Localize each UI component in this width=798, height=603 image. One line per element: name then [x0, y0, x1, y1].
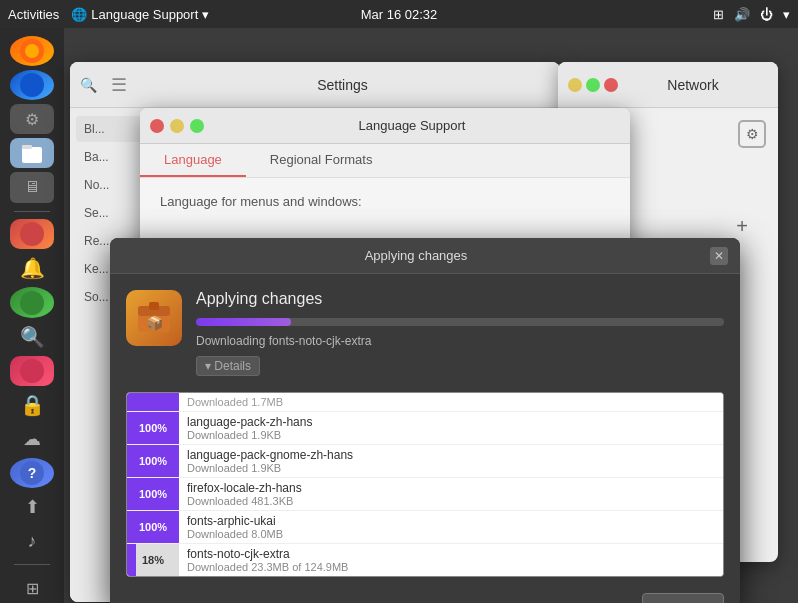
details-toggle-label: ▾ Details: [205, 359, 251, 373]
datetime-display: Mar 16 02:32: [361, 7, 438, 22]
lang-support-label: Language Support: [91, 7, 198, 22]
apply-right-panel: Applying changes Downloading fonts-noto-…: [196, 290, 724, 384]
detail-pct-1: 100%: [127, 445, 179, 477]
apply-titlebar: Applying changes ✕: [110, 238, 740, 274]
lang-window-titlebar: Language Support: [140, 108, 630, 144]
apply-status-text: Downloading fonts-noto-cjk-extra: [196, 334, 724, 348]
network-settings-gear[interactable]: ⚙: [738, 120, 766, 148]
tab-language[interactable]: Language: [140, 144, 246, 177]
search-dock-icon[interactable]: 🔍: [10, 322, 54, 352]
detail-row-1: 100% language-pack-gnome-zh-hans Downloa…: [127, 445, 723, 478]
lang-window-title: Language Support: [204, 118, 620, 133]
svg-point-5: [20, 222, 44, 246]
power-icon[interactable]: ⏻: [760, 7, 773, 22]
network-maximize-btn[interactable]: [586, 78, 600, 92]
music-dock-icon[interactable]: ♪: [10, 526, 54, 556]
detail-info-1: language-pack-gnome-zh-hans Downloaded 1…: [179, 445, 723, 477]
apply-changes-dialog: Applying changes ✕ 📦 Applying changes Do…: [110, 238, 740, 603]
detail-pkg-2: firefox-locale-zh-hans: [187, 481, 715, 495]
detail-size-2: Downloaded 481.3KB: [187, 495, 715, 507]
apps-grid-dock-icon[interactable]: ⊞: [10, 573, 54, 603]
detail-pct-2: 100%: [127, 478, 179, 510]
share-dock-icon[interactable]: ⬆: [10, 492, 54, 522]
detail-pct-4: 18%: [127, 544, 179, 576]
detail-pct-3: 100%: [127, 511, 179, 543]
detail-info-4: fonts-noto-cjk-extra Downloaded 23.3MB o…: [179, 544, 723, 576]
detail-info-2: firefox-locale-zh-hans Downloaded 481.3K…: [179, 478, 723, 510]
settings-search-icon[interactable]: 🔍: [80, 77, 97, 93]
lang-maximize-btn[interactable]: [190, 119, 204, 133]
detail-size-0: Downloaded 1.9KB: [187, 429, 715, 441]
help-dock-icon[interactable]: ?: [10, 458, 54, 488]
detail-pkg-3: fonts-arphic-ukai: [187, 514, 715, 528]
detail-info-3: fonts-arphic-ukai Downloaded 8.0MB: [179, 511, 723, 543]
detail-scrolled-text: Downloaded 1.7MB: [187, 396, 715, 408]
cloud-dock-icon[interactable]: ☁: [10, 424, 54, 454]
thunderbird-dock-icon[interactable]: [10, 70, 54, 100]
svg-rect-3: [22, 147, 42, 163]
bluetooth-dock-icon[interactable]: ⚙: [10, 104, 54, 134]
svg-point-6: [20, 291, 44, 315]
svg-text:📦: 📦: [146, 315, 164, 332]
detail-pkg-1: language-pack-gnome-zh-hans: [187, 448, 715, 462]
detail-pkg-4: fonts-noto-cjk-extra: [187, 547, 715, 561]
chevron-down-icon: ▾: [202, 7, 209, 22]
appstore-dock-icon[interactable]: [10, 356, 54, 386]
detail-size-3: Downloaded 8.0MB: [187, 528, 715, 540]
apply-footer: Cancel: [110, 585, 740, 603]
lang-support-menu[interactable]: 🌐 Language Support ▾: [71, 7, 209, 22]
activities-button[interactable]: Activities: [8, 7, 59, 22]
svg-point-2: [20, 73, 44, 97]
lang-tabs: Language Regional Formats: [140, 144, 630, 178]
apply-progress-fill: [196, 318, 291, 326]
svg-rect-12: [149, 302, 159, 310]
network-title: Network: [618, 77, 768, 93]
svg-point-1: [25, 44, 39, 58]
tab-regional-formats[interactable]: Regional Formats: [246, 144, 397, 177]
detail-row-0: 100% language-pack-zh-hans Downloaded 1.…: [127, 412, 723, 445]
files-dock-icon[interactable]: [10, 138, 54, 168]
apply-title: Applying changes: [122, 248, 710, 263]
settings-title: Settings: [135, 77, 550, 93]
apply-package-icon: 📦: [126, 290, 182, 346]
lang-close-btn[interactable]: [150, 119, 164, 133]
firefox-dock-icon[interactable]: [10, 36, 54, 66]
lang-window-buttons: [150, 119, 204, 133]
rhythmbox-dock-icon[interactable]: [10, 219, 54, 249]
network-add-btn[interactable]: +: [730, 214, 754, 238]
network-minimize-btn[interactable]: [568, 78, 582, 92]
volume-icon[interactable]: 🔊: [734, 7, 750, 22]
detail-info-0: language-pack-zh-hans Downloaded 1.9KB: [179, 412, 723, 444]
network-window-buttons: [568, 78, 618, 92]
cancel-button[interactable]: Cancel: [642, 593, 724, 603]
apply-details-toggle[interactable]: ▾ Details: [196, 356, 260, 376]
settings-menu-icon[interactable]: ☰: [111, 74, 127, 96]
dock-divider: [14, 211, 50, 212]
chevron-down-icon-right[interactable]: ▾: [783, 7, 790, 22]
network-icon[interactable]: ⊞: [713, 7, 724, 22]
detail-pct-scrolled: [127, 393, 179, 411]
display-dock-icon[interactable]: 🖥: [10, 172, 54, 202]
settings-titlebar: 🔍 ☰ Settings: [70, 62, 560, 108]
update-dock-icon[interactable]: [10, 287, 54, 317]
desktop: ⚙ 🖥 🔔 🔍 🔒 ☁ ?: [0, 28, 798, 603]
detail-size-1: Downloaded 1.9KB: [187, 462, 715, 474]
svg-text:?: ?: [28, 465, 37, 481]
topbar: Activities 🌐 Language Support ▾ Mar 16 0…: [0, 0, 798, 28]
svg-rect-4: [22, 145, 32, 149]
lang-minimize-btn[interactable]: [170, 119, 184, 133]
detail-row-3: 100% fonts-arphic-ukai Downloaded 8.0MB: [127, 511, 723, 544]
network-close-btn[interactable]: [604, 78, 618, 92]
globe-icon: 🌐: [71, 7, 87, 22]
bell-dock-icon[interactable]: 🔔: [10, 253, 54, 283]
apply-heading: Applying changes: [196, 290, 724, 308]
detail-row-scrolled: Downloaded 1.7MB: [127, 393, 723, 412]
detail-size-4: Downloaded 23.3MB of 124.9MB: [187, 561, 715, 573]
lock-dock-icon[interactable]: 🔒: [10, 390, 54, 420]
dock-divider-2: [14, 564, 50, 565]
lang-body: Language for menus and windows:: [140, 178, 630, 225]
apply-body: 📦 Applying changes Downloading fonts-not…: [110, 274, 740, 392]
apply-close-btn[interactable]: ✕: [710, 247, 728, 265]
detail-pct-0: 100%: [127, 412, 179, 444]
detail-info-scrolled: Downloaded 1.7MB: [179, 393, 723, 411]
